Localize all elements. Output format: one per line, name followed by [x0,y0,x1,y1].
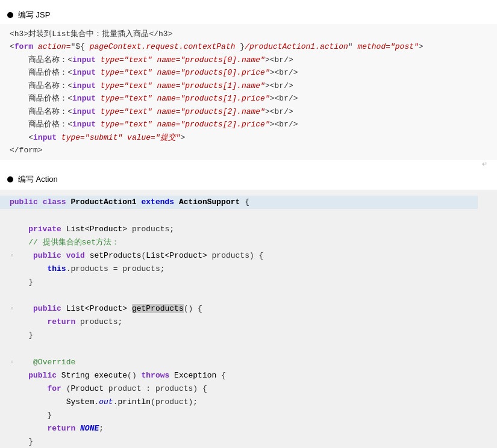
public-kw-2: public [33,251,61,260]
jsp-type-attr-02: type= [96,68,124,77]
jsp-h3-content: 封装到List集合中：批量插入商品 [28,30,149,39]
jsp-submit-kw: input [33,133,57,142]
getter-method-name: getProducts [132,304,184,313]
jsp-submit-value-attr: value= [122,133,155,142]
jsp-type-val-04: "text" [124,94,152,103]
list-return-type: List<Product> [66,304,127,313]
jsp-input-close-04: ><br/> [270,94,298,103]
execute-close-brace: } [28,437,33,446]
jsp-name-val-06: "products[2].price" [180,120,269,129]
products-param: products [212,251,249,260]
return-symbol-1: ↵ [0,160,497,168]
product-type-for: Product [70,384,104,393]
out-field: out [99,397,113,406]
jsp-input-tag-05: < [67,107,72,116]
jsp-submit-type-val: "submit" [85,133,122,142]
products-assign: products; [122,264,164,273]
product-arg: product [155,397,189,406]
class-kw: class [43,198,66,207]
jsp-action-val-q1: "${ [70,42,84,51]
jsp-label-1-price: 商品价格： [28,94,67,103]
setter-close-brace: } [28,278,33,287]
setter-method-name: setProducts [90,251,142,260]
jsp-submit-value-val: "提交" [155,133,181,142]
void-kw: void [66,251,85,260]
jsp-h3-close: </h3> [149,30,172,39]
products-iter: products [155,384,193,393]
jsp-type-val-06: "text" [124,120,152,129]
class-declaration-line: public class ProductAction1 extends Acti… [0,196,478,209]
jsp-type-attr-03: type= [96,81,124,90]
bullet-icon-2 [7,176,13,182]
getter-close-brace: } [28,331,33,340]
override-annotation: @Override [33,358,75,367]
comment-line: // 提供集合的set方法： [28,238,119,247]
jsp-input-kw-01: input [72,55,96,64]
jsp-input-close-05: ><br/> [265,107,293,116]
system-class: System [66,397,95,406]
return-kw-2: return [47,424,75,433]
public-kw-3: public [33,304,61,313]
products-return: products; [80,317,122,326]
jsp-name-attr-06: name= [152,120,181,129]
jsp-input-kw-05: input [72,107,96,116]
jsp-input-close-02: ><br/> [270,68,298,77]
jsp-name-val-03: "products[1].name" [180,81,264,90]
return-kw-1: return [47,317,75,326]
jsp-input-kw-03: input [72,81,96,90]
jsp-label-0-name: 商品名称： [28,55,67,64]
jsp-name-val-05: "products[2].name" [180,107,264,116]
jsp-label: 编写 JSP [18,10,50,20]
jsp-type-val-02: "text" [124,68,152,77]
jsp-name-attr-01: name= [152,55,181,64]
jsp-type-val-03: "text" [124,81,152,90]
java-code-block: public class ProductAction1 extends Acti… [0,190,497,448]
jsp-name-attr-02: name= [152,68,181,77]
jsp-method-attr: method= [353,42,390,51]
jsp-action-path: /productAction1.action [245,42,348,51]
jsp-submit-type-attr: type= [57,133,85,142]
public-kw-4: public [28,371,57,380]
jsp-input-kw-06: input [72,120,96,129]
parent-class-name: ActionSupport [179,198,240,207]
jsp-form-gt: > [419,42,424,51]
exception-type: Exception [174,371,216,380]
jsp-method-val: "post" [390,42,419,51]
jsp-input-kw-04: input [72,94,96,103]
product-var: product [108,384,142,393]
println-method: println [117,397,151,406]
jsp-submit-open: < [28,133,33,142]
jsp-submit-close: > [181,133,186,142]
extends-kw: extends [141,198,174,207]
jsp-type-attr-05: type= [96,107,124,116]
jsp-label-0-price: 商品价格： [28,68,67,77]
line-marker-override: ◦ [10,358,14,367]
jsp-label-2-price: 商品价格： [28,120,67,129]
jsp-name-attr-05: name= [152,107,181,116]
list-param-type: List<Product> [146,251,207,260]
jsp-input-tag-06: < [67,120,72,129]
jsp-input-close-06: ><br/> [270,120,298,129]
jsp-type-attr-01: type= [96,55,124,64]
jsp-input-tag-03: < [67,81,72,90]
action-section-header: 编写 Action [0,170,497,188]
jsp-type-attr-06: type= [96,120,124,129]
jsp-type-attr-04: type= [96,94,124,103]
jsp-section-header: 编写 JSP [0,6,497,24]
this-kw: this [47,264,66,273]
private-kw: private [28,225,61,234]
jsp-label-1-name: 商品名称： [28,81,67,90]
line-marker-getter: ◦ [10,304,14,313]
jsp-input-close-03: ><br/> [265,81,293,90]
execute-method-name: execute [94,371,127,380]
jsp-type-val-05: "text" [124,107,152,116]
jsp-input-tag-01: < [67,55,72,64]
class-name: ProductAction1 [70,198,136,207]
jsp-input-tag-04: < [67,94,72,103]
jsp-name-attr-04: name= [152,94,181,103]
jsp-code-block: <h3>封装到List集合中：批量插入商品</h3> <form action=… [0,24,497,160]
this-products: products [70,264,108,273]
string-return-type: String [61,371,90,380]
products-field: products; [132,225,174,234]
jsp-h3-tag: <h3> [10,30,28,39]
